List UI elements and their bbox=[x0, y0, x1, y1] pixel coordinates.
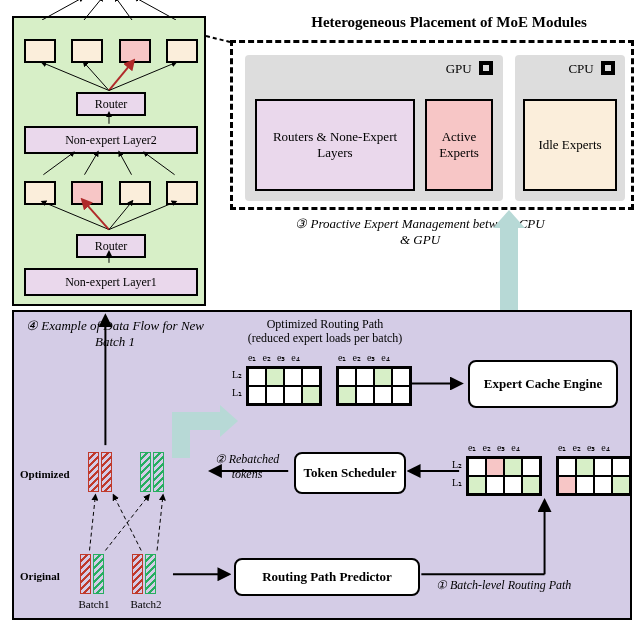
svg-line-6 bbox=[85, 153, 98, 175]
token-scheduler: Token Scheduler bbox=[294, 452, 406, 494]
svg-line-1 bbox=[85, 63, 109, 90]
router-box-bottom: Router bbox=[76, 234, 146, 258]
expert-box-active bbox=[119, 39, 151, 63]
hetero-panel: GPU Routers & None-Expert Layers Active … bbox=[230, 40, 634, 210]
token bbox=[80, 554, 91, 594]
svg-line-26 bbox=[90, 495, 96, 551]
elbow-arrow-v bbox=[172, 412, 190, 458]
token bbox=[153, 452, 164, 492]
experts-row-bottom bbox=[24, 178, 198, 208]
opt-batch1 bbox=[88, 452, 114, 492]
pipeline-panel: ④ Example of Data Flow for New Batch 1 O… bbox=[12, 310, 632, 620]
step-4-label: ④ Example of Data Flow for New Batch 1 bbox=[20, 318, 210, 351]
cpu-gpu-sync-arrow bbox=[500, 228, 518, 312]
cpu-chip-icon bbox=[601, 61, 615, 75]
cpu-label-text: CPU bbox=[568, 61, 593, 76]
expert-box bbox=[24, 39, 56, 63]
orig-cols-a: e₁e₂e₃e₄ bbox=[468, 442, 520, 453]
expert-box bbox=[119, 181, 151, 205]
expert-box bbox=[71, 39, 103, 63]
svg-line-8 bbox=[145, 153, 174, 175]
hetero-title: Heterogeneous Placement of MoE Modules bbox=[264, 14, 634, 31]
gpu-label-text: GPU bbox=[446, 61, 472, 76]
opt-grid-a bbox=[246, 366, 322, 406]
orig-grid-a bbox=[466, 456, 542, 496]
elbow-arrow-h bbox=[190, 412, 220, 430]
svg-line-29 bbox=[157, 495, 163, 551]
svg-line-2 bbox=[109, 63, 132, 90]
expert-box bbox=[166, 39, 198, 63]
opt-path-title: Optimized Routing Path (reduced expert l… bbox=[220, 318, 430, 346]
gpu-block: GPU Routers & None-Expert Layers Active … bbox=[245, 55, 503, 201]
expert-cache-engine: Expert Cache Engine bbox=[468, 360, 618, 408]
nonexpert-layer1: Non-expert Layer1 bbox=[24, 268, 198, 296]
token bbox=[140, 452, 151, 492]
gpu-chip-icon bbox=[479, 61, 493, 75]
experts-row-top bbox=[24, 36, 198, 66]
orig-row-l1: L₁ bbox=[448, 474, 462, 492]
opt-path-title-sub: (reduced expert loads per batch) bbox=[248, 331, 403, 345]
moe-panel: Router Non-expert Layer2 Router Non-expe… bbox=[12, 16, 206, 306]
svg-line-18 bbox=[206, 36, 230, 42]
orig-batch1 bbox=[80, 554, 106, 594]
token bbox=[88, 452, 99, 492]
orig-row-l2: L₂ bbox=[448, 456, 462, 474]
token bbox=[93, 554, 104, 594]
token bbox=[132, 554, 143, 594]
opt-path-title-main: Optimized Routing Path bbox=[267, 317, 384, 331]
row-original-label: Original bbox=[20, 570, 60, 582]
nonexpert-layer2: Non-expert Layer2 bbox=[24, 126, 198, 154]
svg-line-3 bbox=[109, 63, 175, 90]
cpu-block: CPU Idle Experts bbox=[515, 55, 625, 201]
svg-line-27 bbox=[105, 495, 149, 551]
svg-line-0 bbox=[43, 63, 109, 90]
token bbox=[145, 554, 156, 594]
gpu-active-experts-box: Active Experts bbox=[425, 99, 493, 191]
gpu-routers-box: Routers & None-Expert Layers bbox=[255, 99, 415, 191]
expert-box bbox=[24, 181, 56, 205]
orig-grid-b bbox=[556, 456, 632, 496]
orig-batch2 bbox=[132, 554, 158, 594]
opt-cols-a: e₁e₂e₃e₄ bbox=[248, 352, 300, 363]
step-2-label: ② Rebatched tokens bbox=[200, 452, 294, 482]
opt-row-l1: L₁ bbox=[228, 384, 242, 402]
opt-batch2 bbox=[140, 452, 166, 492]
router-box-top: Router bbox=[76, 92, 146, 116]
opt-row-l2: L₂ bbox=[228, 366, 242, 384]
opt-grid-b bbox=[336, 366, 412, 406]
svg-line-28 bbox=[113, 495, 141, 551]
token bbox=[101, 452, 112, 492]
orig-cols-b: e₁e₂e₃e₄ bbox=[558, 442, 610, 453]
svg-line-5 bbox=[43, 153, 72, 175]
gpu-label: GPU bbox=[446, 61, 493, 77]
batch1-label: Batch1 bbox=[74, 598, 114, 610]
cpu-label: CPU bbox=[568, 61, 615, 77]
row-optimized-label: Optimized bbox=[20, 468, 70, 480]
cpu-idle-experts-box: Idle Experts bbox=[523, 99, 617, 191]
svg-line-7 bbox=[120, 153, 132, 175]
expert-box-active bbox=[71, 181, 103, 205]
expert-box bbox=[166, 181, 198, 205]
opt-cols-b: e₁e₂e₃e₄ bbox=[338, 352, 390, 363]
routing-path-predictor: Routing Path Predictor bbox=[234, 558, 420, 596]
step-1-label: ① Batch-level Routing Path bbox=[436, 578, 626, 593]
batch2-label: Batch2 bbox=[126, 598, 166, 610]
